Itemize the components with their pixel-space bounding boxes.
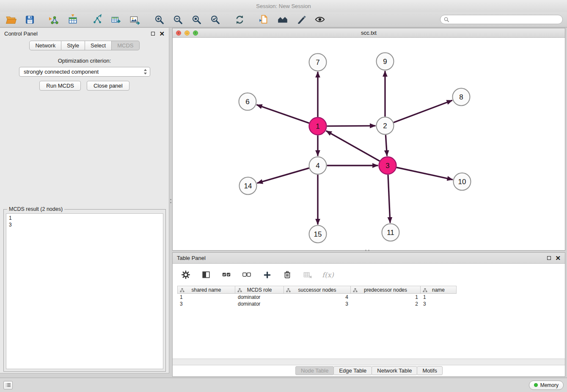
save-session-icon[interactable] <box>23 13 36 26</box>
import-network-icon[interactable] <box>47 13 61 26</box>
search-icon <box>444 17 449 22</box>
column-header-shared-name[interactable]: shared name <box>177 286 235 294</box>
tab-edge-table[interactable]: Edge Table <box>333 366 372 375</box>
edge-2-8[interactable] <box>394 100 452 122</box>
search-field[interactable] <box>440 15 563 24</box>
node-3[interactable]: 3 <box>379 157 396 174</box>
table-cell: 1 <box>177 294 235 301</box>
result-list-item[interactable]: 1 <box>6 215 163 221</box>
task-history-icon[interactable] <box>3 381 13 389</box>
select-all-columns-icon[interactable] <box>221 269 232 280</box>
style-brush-icon[interactable] <box>295 13 308 26</box>
horizontal-scrollbar[interactable] <box>173 359 565 365</box>
eye-icon[interactable] <box>313 13 327 26</box>
criterion-dropdown[interactable]: strongly connected component <box>19 67 150 77</box>
edge-4-14[interactable] <box>257 168 309 183</box>
edge-1-6[interactable] <box>256 105 309 123</box>
run-mcds-button[interactable]: Run MCDS <box>39 81 81 91</box>
horizontal-splitter-handle[interactable] <box>362 249 373 251</box>
zoom-selected-icon[interactable] <box>208 13 222 26</box>
mcds-result-groupbox: MCDS result (2 nodes) 13 <box>3 209 166 372</box>
session-group <box>4 13 36 26</box>
node-9[interactable]: 9 <box>377 53 394 70</box>
import-table-icon[interactable] <box>66 13 80 26</box>
traffic-lights: × − + <box>176 30 198 36</box>
svg-text:15: 15 <box>314 230 322 238</box>
clone-network-icon[interactable] <box>257 13 271 26</box>
close-panel-button[interactable]: Close panel <box>87 81 129 91</box>
edge-3-1[interactable] <box>326 131 380 161</box>
tab-network[interactable]: Network <box>29 41 61 50</box>
network-canvas[interactable]: 7968124310141115 <box>173 38 565 250</box>
zoom-in-icon[interactable] <box>152 13 166 26</box>
add-column-icon[interactable] <box>261 269 272 280</box>
zoom-group <box>152 13 222 26</box>
node-8[interactable]: 8 <box>453 88 470 106</box>
node-15[interactable]: 15 <box>309 226 327 243</box>
control-panel-header: Control Panel ✕ <box>0 28 169 39</box>
memory-button[interactable]: Memory <box>529 381 564 390</box>
column-header-successor-nodes[interactable]: successor nodes <box>284 286 351 294</box>
view-group <box>257 13 327 26</box>
table-panel-title: Table Panel <box>177 255 206 261</box>
node-2[interactable]: 2 <box>377 117 394 135</box>
network-window-title: scc.txt <box>173 30 565 36</box>
tab-style[interactable]: Style <box>61 41 85 50</box>
node-11[interactable]: 11 <box>382 224 399 241</box>
close-table-panel-icon[interactable]: ✕ <box>555 255 561 261</box>
float-table-panel-icon[interactable] <box>547 256 551 260</box>
node-7[interactable]: 7 <box>309 54 327 71</box>
zoom-window-icon[interactable]: + <box>193 30 198 36</box>
zoom-fit-icon[interactable] <box>190 13 203 26</box>
table-cell: dominator <box>235 294 284 301</box>
edge-3-11[interactable] <box>388 175 390 223</box>
tab-network-table[interactable]: Network Table <box>372 366 417 375</box>
result-list-item[interactable]: 3 <box>6 221 163 228</box>
close-panel-icon[interactable]: ✕ <box>159 30 165 37</box>
delete-column-trash-icon[interactable] <box>282 269 293 280</box>
export-table-icon[interactable] <box>109 13 123 26</box>
unselect-all-columns-icon[interactable] <box>241 269 252 280</box>
node-6[interactable]: 6 <box>239 93 256 110</box>
column-header-predecessor-nodes[interactable]: predecessor nodes <box>351 286 421 294</box>
float-panel-icon[interactable] <box>151 32 155 36</box>
show-columns-icon[interactable] <box>201 269 212 280</box>
minimize-window-icon[interactable]: − <box>184 30 190 36</box>
open-session-icon[interactable] <box>4 13 18 26</box>
search-input[interactable] <box>451 17 559 22</box>
home-icon[interactable] <box>276 13 289 26</box>
node-4[interactable]: 4 <box>309 157 327 174</box>
edge-2-3[interactable] <box>385 135 387 156</box>
table-cell: 3 <box>177 301 235 307</box>
svg-text:1: 1 <box>316 122 319 130</box>
tab-mcds[interactable]: MCDS <box>112 41 139 50</box>
zoom-out-icon[interactable] <box>171 13 184 26</box>
control-panel-tabs: NetworkStyleSelectMCDS <box>0 41 169 50</box>
node-14[interactable]: 14 <box>239 177 257 195</box>
svg-text:2: 2 <box>383 122 387 130</box>
function-builder-icon[interactable]: f(x) <box>322 269 333 280</box>
memory-button-label: Memory <box>540 382 559 388</box>
table-row[interactable]: 3dominator323 <box>177 301 565 307</box>
edge-1-2[interactable] <box>327 126 376 126</box>
refresh-icon[interactable] <box>233 13 246 26</box>
node-10[interactable]: 10 <box>454 173 471 190</box>
table-toolbar: f(x) <box>173 264 565 286</box>
column-header-mcds-role[interactable]: MCDS role <box>235 286 284 294</box>
export-network-icon[interactable] <box>91 13 104 26</box>
tab-node-table[interactable]: Node Table <box>295 366 334 375</box>
mcds-result-list[interactable]: 13 <box>6 213 163 369</box>
close-window-icon[interactable]: × <box>176 30 181 36</box>
column-header-name[interactable]: name <box>421 286 457 294</box>
delete-table-icon-disabled[interactable] <box>302 269 313 280</box>
export-image-icon[interactable] <box>128 13 141 26</box>
tab-motifs[interactable]: Motifs <box>417 366 443 375</box>
svg-text:3: 3 <box>385 162 389 170</box>
edge-3-10[interactable] <box>396 168 453 180</box>
table-settings-gear-icon[interactable] <box>180 269 191 280</box>
vertical-splitter-handle[interactable] <box>170 196 172 207</box>
tab-select[interactable]: Select <box>85 41 112 50</box>
node-1[interactable]: 1 <box>309 118 327 135</box>
main-toolbar <box>0 12 567 28</box>
table-row[interactable]: 1dominator411 <box>177 294 565 301</box>
